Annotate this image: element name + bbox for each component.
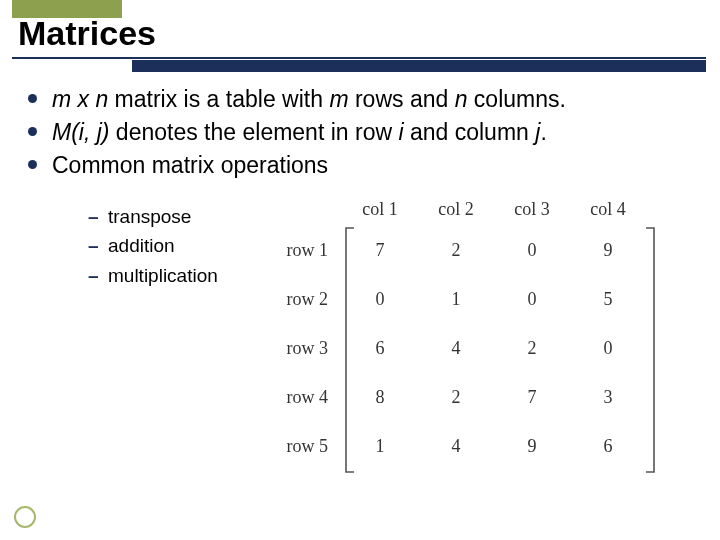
table-row: row 3 6 4 2 0 — [270, 324, 646, 373]
row-label: row 5 — [270, 422, 342, 471]
cell: 3 — [570, 373, 646, 422]
bullet-2: M(i, j) denotes the element in row i and… — [22, 117, 698, 148]
cell: 2 — [418, 226, 494, 275]
left-bracket-icon — [344, 226, 356, 474]
col-label: col 1 — [342, 196, 418, 226]
text: and column — [404, 119, 536, 145]
text: Common matrix operations — [52, 152, 328, 178]
row-label: row 1 — [270, 226, 342, 275]
text: matrix is a table with — [108, 86, 329, 112]
right-bracket-icon — [644, 226, 656, 474]
slide-header: Matrices — [0, 0, 720, 64]
text-n: n — [455, 86, 468, 112]
row-label: row 4 — [270, 373, 342, 422]
col-label: col 4 — [570, 196, 646, 226]
cell: 9 — [570, 226, 646, 275]
cell: 2 — [494, 324, 570, 373]
matrix-table: col 1 col 2 col 3 col 4 row 1 7 2 0 9 ro… — [270, 196, 646, 471]
lower-region: transpose addition multiplication col 1 … — [50, 196, 700, 290]
bullet-list: m x n matrix is a table with m rows and … — [22, 84, 698, 181]
slide-marker-icon — [14, 506, 36, 528]
cell: 6 — [570, 422, 646, 471]
cell: 1 — [418, 275, 494, 324]
text-mxn: m x n — [52, 86, 108, 112]
cell: 4 — [418, 422, 494, 471]
table-row: row 5 1 4 9 6 — [270, 422, 646, 471]
row-label: row 3 — [270, 324, 342, 373]
table-row: row 4 8 2 7 3 — [270, 373, 646, 422]
table-row: row 1 7 2 0 9 — [270, 226, 646, 275]
cell: 0 — [570, 324, 646, 373]
row-label: row 2 — [270, 275, 342, 324]
title-underline-thick — [132, 60, 706, 72]
col-label: col 3 — [494, 196, 570, 226]
col-label: col 2 — [418, 196, 494, 226]
matrix-figure: col 1 col 2 col 3 col 4 row 1 7 2 0 9 ro… — [270, 196, 646, 471]
text-m: m — [329, 86, 348, 112]
text: columns. — [467, 86, 565, 112]
page-title: Matrices — [18, 14, 156, 53]
cell: 0 — [494, 275, 570, 324]
title-underline-thin — [12, 57, 706, 59]
bullet-1: m x n matrix is a table with m rows and … — [22, 84, 698, 115]
cell: 7 — [494, 373, 570, 422]
table-row: row 2 0 1 0 5 — [270, 275, 646, 324]
text: denotes the element in row — [109, 119, 398, 145]
text: rows and — [349, 86, 455, 112]
cell: 9 — [494, 422, 570, 471]
cell: 4 — [418, 324, 494, 373]
col-header-row: col 1 col 2 col 3 col 4 — [270, 196, 646, 226]
cell: 0 — [494, 226, 570, 275]
text-mij: M(i, j) — [52, 119, 109, 145]
cell: 2 — [418, 373, 494, 422]
content-area: m x n matrix is a table with m rows and … — [0, 64, 720, 181]
text: . — [540, 119, 546, 145]
bullet-3: Common matrix operations — [22, 150, 698, 181]
cell: 5 — [570, 275, 646, 324]
